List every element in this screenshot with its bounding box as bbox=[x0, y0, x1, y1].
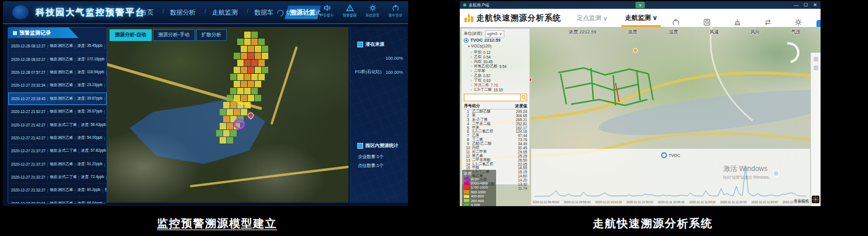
sound-alert-button[interactable]: 声音提示 bbox=[319, 4, 335, 18]
legend-swatch bbox=[464, 203, 469, 206]
right-app-window: 走航用户端 ∨ — ☐ ✕ 走航快速溯源分析系统 定点监测 ∨ 走航监测 ∨ 开… bbox=[460, 1, 821, 206]
x-tick-label: 2020-11-11 11:20:00 bbox=[720, 200, 747, 204]
x-tick-label: 2020-11-11 10:30:00 bbox=[627, 200, 653, 204]
warning-record-row[interactable]: 2020-12-28 07:57:27| 物质:园区乙烯| 浓度: 118.94… bbox=[8, 66, 107, 79]
tool-icon[interactable] bbox=[814, 66, 818, 70]
document-search-icon bbox=[703, 18, 711, 26]
warning-records-list: 2020-12-28 08:12:27| 物质:园区乙烯| 浓度: 35.45p… bbox=[8, 40, 107, 204]
status-item: 温度 bbox=[628, 29, 637, 35]
voc-tree-item[interactable]: 1,3-丁二烯 15.15 bbox=[470, 87, 527, 92]
warning-record-row[interactable]: 2020-12-27 22:18:45| 物质:园区乙烯| 浓度: 39.67p… bbox=[8, 93, 107, 105]
close-button[interactable]: ✕ bbox=[813, 2, 817, 8]
warning-record-row[interactable]: 2020-12-27 23:32:34| 物质:园区乙烯| 浓度: 23.23p… bbox=[8, 79, 107, 92]
legend-swatch bbox=[464, 199, 469, 203]
left-app-header: 科技园大气监控预警平台 首页数据分析走航监测数据车溯源计算 切换作战模式 声音提… bbox=[3, 1, 408, 24]
left-app-window: 科技园大气监控预警平台 首页数据分析走航监测数据车溯源计算 切换作战模式 声音提… bbox=[3, 1, 408, 206]
warning-record-row[interactable]: 2020-12-27 21:42:27| 物质:反式二丁烯| 浓度: 58.43… bbox=[8, 118, 107, 131]
settings-button[interactable]: 系统设置 bbox=[364, 4, 381, 18]
left-app-title: 科技园大气监控预警平台 bbox=[36, 7, 145, 18]
search-icon bbox=[521, 95, 527, 100]
app-logo-bars-icon bbox=[464, 13, 473, 22]
warning-record-row[interactable]: 2020-12-27 21:37:27| 物质:园区乙烯| 浓度: 51.22p… bbox=[8, 158, 107, 171]
warning-record-row[interactable]: 2020-12-27 21:42:27| 物质:园区乙烯| 浓度: 54.00p… bbox=[8, 132, 107, 145]
nav-item[interactable]: 走航监测 bbox=[207, 6, 243, 19]
analysis-tab[interactable]: 溯源分析-自动 bbox=[110, 29, 152, 41]
tab-mobile-monitoring[interactable]: 走航监测 ∨ bbox=[625, 9, 657, 27]
warning-record-row[interactable]: 2020-12-27 21:32:27| 物质:园区乙烯| 浓度: 60.2pp… bbox=[8, 184, 107, 197]
maximize-button[interactable]: ☐ bbox=[804, 2, 808, 8]
sunburst-icon bbox=[812, 196, 819, 203]
broom-icon bbox=[733, 18, 741, 26]
nav-item[interactable]: 数据分析 bbox=[165, 6, 201, 19]
source-row[interactable]: 100.00% bbox=[350, 51, 408, 65]
legend-swatch bbox=[464, 186, 469, 190]
analysis-tab[interactable]: 扩散分析 bbox=[196, 29, 227, 41]
warning-record-row[interactable]: 2020-12-27 21:37:27| 物质:反式二丁烯| 浓度: 57.82… bbox=[8, 145, 107, 158]
right-app-titlebar: 走航用户端 ∨ — ☐ ✕ bbox=[460, 1, 821, 9]
search-button[interactable] bbox=[521, 94, 527, 101]
tab-fixed-monitoring[interactable]: 定点监测 ∨ bbox=[577, 9, 608, 27]
legend-item: 200-400 bbox=[464, 199, 494, 203]
x-tick-label: 2020-11-11 09:56:40 bbox=[564, 200, 590, 204]
nav-item[interactable]: 首页 bbox=[135, 6, 159, 19]
warning-triangle-icon bbox=[346, 4, 354, 12]
power-icon bbox=[672, 18, 680, 26]
source-marker[interactable] bbox=[234, 118, 245, 129]
app-status-dot bbox=[463, 4, 466, 6]
warning-records-header[interactable]: 预警监测记录 bbox=[8, 28, 78, 38]
swap-arrows-icon bbox=[764, 18, 772, 26]
vocs-group-toggle[interactable]: VOCs(120) bbox=[468, 44, 527, 49]
mode-switch-button[interactable]: 切换作战模式 bbox=[277, 9, 321, 17]
radio-selected-icon bbox=[464, 38, 469, 43]
power-icon bbox=[392, 4, 399, 12]
warning-record-row[interactable]: 2020-12-27 20:32:34| 物质:园区乙烯| 浓度: 66.04p… bbox=[8, 197, 107, 204]
titlebar-dropdown[interactable]: ∨ bbox=[635, 2, 645, 8]
warning-alert-button[interactable]: 预警提醒 bbox=[341, 4, 358, 18]
platform-logo bbox=[12, 5, 29, 19]
tvoc-chart-panel: TVOC 2020-11-11 09:40:002020-11-11 09:56… bbox=[531, 149, 810, 205]
panel-icon bbox=[357, 143, 363, 149]
gear-icon bbox=[794, 18, 802, 26]
unit-dropdown[interactable]: ug/m3 ∨ bbox=[485, 30, 504, 37]
legend-item: 0-200 bbox=[464, 203, 494, 206]
trace-stats-header: 园区内溯源统计 bbox=[357, 142, 408, 149]
sunburst-tool-button[interactable] bbox=[812, 196, 819, 203]
stat-line: 点位数量:1个 bbox=[350, 161, 408, 170]
legend-item: 400-600 bbox=[464, 194, 494, 199]
tool-icon[interactable] bbox=[814, 57, 818, 61]
x-tick-label: 2020-11-11 09:40:00 bbox=[532, 200, 559, 204]
navigation-map[interactable]: 浓度 2212.59 温度 湿度 风速 bbox=[460, 27, 821, 206]
list-icon bbox=[13, 31, 17, 35]
legend-items: 4000- 2000-4000 1000-2000 600-10 bbox=[464, 177, 494, 206]
warning-records-panel: 预警监测记录 2020-12-28 08:12:27| 物质:园区乙烯| 浓度:… bbox=[8, 27, 107, 204]
analysis-tab[interactable]: 溯源分析-手动 bbox=[153, 29, 195, 41]
source-row[interactable]: FG桥(石化站) 100.00% bbox=[350, 65, 408, 79]
tvoc-selector[interactable]: TVOC 2212.59 bbox=[464, 37, 527, 43]
x-tick-label: 2020-11-11 10:13:20 bbox=[595, 200, 621, 204]
voc-tree-list: 甲烷 0.12 乙烷 0.54 丙烷 30.45 环氧乙烷/乙醛 bbox=[464, 50, 527, 92]
x-tick-label: 2020-11-11 11:36:40 bbox=[751, 200, 778, 204]
status-item: 风速 bbox=[709, 29, 719, 35]
warning-record-row[interactable]: 2020-12-28 08:02:27| 物质:园区乙烯| 浓度: 172.16… bbox=[8, 53, 107, 66]
legend-swatch bbox=[464, 182, 469, 185]
component-search-input[interactable] bbox=[464, 94, 521, 101]
logout-button[interactable]: 退出登录 bbox=[387, 4, 404, 18]
caption-left: 监控预警溯源模型建立 bbox=[157, 216, 277, 231]
nav-item[interactable]: 数据车 bbox=[249, 6, 279, 19]
legend-swatch bbox=[464, 177, 469, 181]
status-item: 气压 bbox=[791, 29, 801, 35]
chart-legend[interactable]: TVOC bbox=[661, 152, 680, 158]
link-mode-label: 串接模式 bbox=[794, 199, 809, 204]
trace-stats-list: 企业数量:1个点位数量:1个 bbox=[350, 152, 408, 170]
minimize-button[interactable]: — bbox=[794, 2, 798, 8]
potential-sources-header: 潜在来源 bbox=[357, 41, 408, 47]
satellite-map[interactable]: 溯源分析-自动溯源分析-手动扩散分析 bbox=[107, 27, 348, 203]
components-panel: 单位(浓度): ug/m3 ∨ TVOC 2212.59 VOCs(120) 甲… bbox=[461, 28, 530, 185]
legend-swatch bbox=[464, 195, 469, 199]
status-item: 浓度 2212.59 bbox=[569, 29, 596, 35]
warning-record-row[interactable]: 2020-12-28 08:12:27| 物质:园区乙烯| 浓度: 35.45p… bbox=[8, 40, 107, 53]
warning-record-row[interactable]: 2020-12-27 21:52:27| 物质:园区乙烯| 浓度: 26.67p… bbox=[8, 105, 107, 118]
gear-icon bbox=[369, 4, 377, 12]
warning-record-row[interactable]: 2020-12-27 21:32:27| 物质:反式二丁烯| 浓度: 72.4p… bbox=[8, 171, 107, 184]
stat-line: 企业数量:1个 bbox=[350, 152, 408, 161]
